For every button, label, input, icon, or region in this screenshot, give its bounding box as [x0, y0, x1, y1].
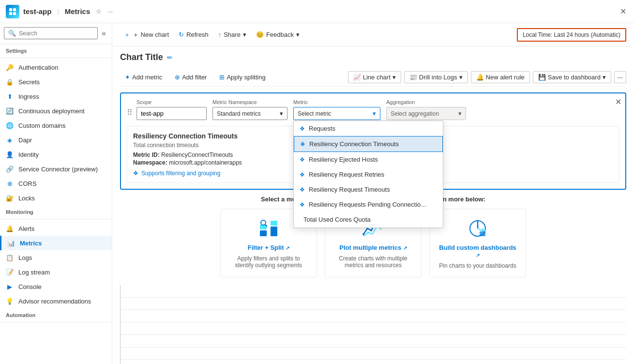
sidebar-item-ingress[interactable]: ⬆ Ingress [0, 89, 112, 104]
sidebar-label-continuous-deployment: Continuous deployment [18, 107, 85, 115]
domains-icon: 🌐 [6, 121, 14, 129]
add-metric-button[interactable]: ✦ Add metric [120, 72, 167, 83]
sidebar-item-advisor[interactable]: 💡 Advisor recommendations [0, 294, 112, 308]
share-button[interactable]: ↑ Share ▾ [214, 29, 250, 41]
namespace-value: Standard metrics [217, 110, 278, 117]
metric-option-request-timeouts[interactable]: ❖ Resiliency Request Timeouts [294, 182, 443, 197]
metric-option-resiliency-connection[interactable]: ❖ Resiliency Connection Timeouts [294, 136, 443, 152]
namespace-detail-label: Namespace: [133, 159, 167, 166]
filter-split-title[interactable]: Filter + Split ↗ [248, 244, 289, 251]
sidebar-item-authentication[interactable]: 🔑 Authentication [0, 60, 112, 75]
aggregation-placeholder: Select aggregation [391, 110, 439, 117]
collapse-sidebar-icon[interactable]: « [100, 27, 108, 40]
metric-option-requests[interactable]: ❖ Requests [294, 121, 443, 136]
close-metric-row-button[interactable]: ✕ [615, 97, 621, 106]
new-alert-rule-button[interactable]: 🔔 New alert rule [471, 71, 530, 83]
sidebar-item-dapr[interactable]: ◈ Dapr [0, 133, 112, 147]
sidebar-label-metrics: Metrics [20, 240, 42, 247]
filter-split-desc: Apply filters and splits to identify out… [228, 255, 309, 269]
sidebar-item-continuous-deployment[interactable]: 🔄 Continuous deployment [0, 104, 112, 118]
metric-option-used-cores[interactable]: ❖ Used Cores Quota [294, 227, 443, 228]
sidebar-item-console[interactable]: ▶ Console [0, 279, 112, 294]
sidebar-label-cors: CORS [18, 180, 37, 187]
sidebar-label-locks: Locks [18, 195, 35, 202]
svg-rect-19 [482, 228, 485, 231]
sidebar-label-log-stream: Log stream [18, 269, 50, 276]
refresh-icon: ↻ [179, 31, 184, 38]
promo-card-custom-dashboards: Build custom dashboards ↗ Pin charts to … [429, 209, 526, 277]
app-icon [6, 5, 19, 18]
edit-chart-title-icon[interactable]: ✏ [167, 54, 173, 61]
multiple-metrics-title[interactable]: Plot multiple metrics ↗ [339, 244, 407, 251]
feedback-chevron-icon: ▾ [296, 31, 300, 38]
apply-splitting-button[interactable]: ⊞ Apply splitting [214, 72, 270, 83]
aggregation-dropdown[interactable]: Select aggregation ▾ [386, 107, 466, 120]
add-metric-icon: ✦ [125, 74, 130, 81]
sidebar-item-logs[interactable]: 📋 Logs [0, 250, 112, 265]
time-range-button[interactable]: Local Time: Last 24 hours (Automatic) [517, 28, 626, 42]
add-filter-button[interactable]: ⊕ Add filter [170, 72, 211, 83]
sidebar-item-log-stream[interactable]: 📝 Log stream [0, 265, 112, 279]
deploy-icon: 🔄 [6, 107, 14, 115]
more-icon: ··· [618, 74, 623, 81]
filter-split-ext-icon: ↗ [286, 245, 289, 251]
cors-icon: ⊕ [6, 180, 14, 187]
metric-dropdown-scroll[interactable]: ❖ Requests ❖ Resiliency Connection Timeo… [294, 121, 443, 228]
sidebar-item-secrets[interactable]: 🔒 Secrets [0, 75, 112, 89]
sidebar-label-dapr: Dapr [18, 136, 32, 144]
metrics-icon: 📊 [7, 239, 15, 247]
sidebar-item-custom-domains[interactable]: 🌐 Custom domains [0, 118, 112, 133]
metric-dropdown-trigger[interactable]: Select metric ▾ [293, 107, 380, 120]
metric-placeholder: Select metric [298, 110, 331, 117]
drag-handle-icon[interactable]: ⠿ [127, 108, 133, 117]
metric-option-request-retries[interactable]: ❖ Resiliency Request Retries [294, 167, 443, 182]
svg-point-12 [370, 229, 372, 231]
namespace-dropdown[interactable]: Standard metrics ▾ [212, 107, 287, 120]
metric-option-ejected-hosts[interactable]: ❖ Resiliency Ejected Hosts [294, 152, 443, 167]
sidebar-item-alerts[interactable]: 🔔 Alerts [0, 221, 112, 236]
close-button[interactable]: ✕ [618, 5, 628, 18]
ingress-icon: ⬆ [6, 92, 14, 100]
drill-into-logs-button[interactable]: 📰 Drill into Logs ▾ [404, 71, 468, 83]
chart-type-button[interactable]: 📈 Line chart ▾ [348, 71, 401, 83]
settings-section-title: Settings [0, 44, 112, 56]
save-to-dashboard-button[interactable]: 💾 Save to dashboard ▾ [533, 71, 611, 83]
new-chart-button[interactable]: ＋ ＋ New chart [120, 28, 173, 42]
namespace-chevron-icon: ▾ [280, 110, 283, 117]
svg-rect-1 [13, 8, 16, 11]
custom-dashboards-title[interactable]: Build custom dashboards ↗ [438, 244, 518, 258]
feedback-button[interactable]: 😊 Feedback ▾ [252, 29, 303, 41]
scope-input[interactable] [136, 107, 207, 120]
metric-option-total-cores[interactable]: Total Used Cores Quota [294, 212, 443, 227]
more-options-button[interactable]: ··· [614, 71, 626, 83]
logs-icon: 📋 [6, 254, 14, 261]
search-box[interactable]: 🔍 [4, 27, 98, 39]
advisor-icon: 💡 [6, 297, 14, 305]
title-star-icon[interactable]: ☆ [96, 8, 102, 15]
sidebar-item-locks[interactable]: 🔐 Locks [0, 191, 112, 205]
filter-label: Supports filtering and grouping [141, 170, 220, 177]
refresh-button[interactable]: ↻ Refresh [175, 29, 212, 41]
aggregation-chevron-icon: ▾ [458, 110, 462, 117]
locks-icon: 🔐 [6, 194, 14, 202]
sidebar-item-identity[interactable]: 👤 Identity [0, 147, 112, 162]
title-more-icon[interactable]: ··· [107, 8, 113, 15]
scope-label: Scope [136, 99, 207, 105]
sidebar-item-service-connector[interactable]: 🔗 Service Connector (preview) [0, 162, 112, 176]
metric-id-value: ResiliencyConnectTimeouts [161, 152, 233, 158]
namespace-detail-value: microsoft.app/containerapps [169, 159, 242, 166]
metric-option-pending-connection[interactable]: ❖ Resiliency Requests Pending Connectio.… [294, 197, 443, 212]
sidebar-item-metrics[interactable]: 📊 Metrics [0, 236, 112, 250]
svg-rect-3 [13, 12, 16, 15]
auth-icon: 🔑 [6, 63, 14, 71]
sidebar-item-cors[interactable]: ⊕ CORS [0, 176, 112, 191]
app-name: test-app [23, 7, 51, 15]
chart-type-chevron: ▾ [392, 74, 396, 81]
multiple-metrics-desc: Create charts with multiple metrics and … [333, 255, 413, 269]
automation-section-title: Automation [0, 308, 112, 320]
svg-rect-18 [480, 231, 485, 236]
share-chevron-icon: ▾ [243, 31, 246, 38]
search-input[interactable] [19, 30, 93, 37]
metric-opt-icon-0: ❖ [300, 125, 305, 132]
title-separator: | [57, 8, 59, 15]
